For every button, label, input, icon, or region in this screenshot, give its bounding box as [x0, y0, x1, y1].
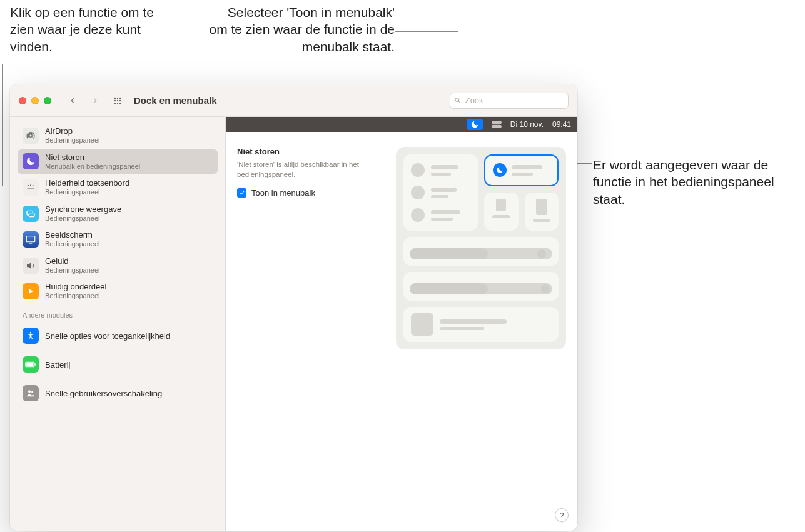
cc-tile-small [525, 193, 559, 231]
sidebar-item-sublabel: Bedieningspaneel [45, 136, 99, 144]
sidebar-item-fast-user-switching[interactable]: Snelle gebruikersoverschakeling [18, 379, 218, 408]
sidebar: AirDrop Bedieningspaneel Niet storen Men… [10, 117, 226, 531]
sidebar-item-label: Snelle opties voor toegankelijkheid [45, 331, 170, 341]
control-center-preview [396, 147, 566, 349]
search-field[interactable] [450, 93, 569, 109]
svg-point-25 [31, 391, 33, 393]
sidebar-item-label: Beeldscherm [45, 231, 99, 240]
sidebar-item-sublabel: Bedieningspaneel [45, 292, 106, 300]
detail-heading: Niet storen [237, 147, 387, 156]
sidebar-item-label: Helderheid toetsenbord [45, 179, 129, 188]
svg-rect-18 [26, 236, 35, 242]
titlebar: Dock en menubalk [10, 84, 577, 117]
back-button[interactable] [64, 93, 81, 108]
sidebar-item-sublabel: Bedieningspaneel [45, 240, 99, 248]
svg-rect-12 [27, 188, 34, 189]
svg-point-11 [29, 134, 33, 138]
zoom-window-button[interactable] [44, 97, 51, 104]
search-input[interactable] [465, 96, 564, 105]
sidebar-item-label: Niet storen [45, 153, 140, 163]
callout-right: Er wordt aangegeven waar de functie in h… [593, 156, 799, 208]
close-window-button[interactable] [19, 97, 26, 104]
sidebar-item-sound[interactable]: Geluid Bedieningspaneel [18, 253, 218, 278]
svg-point-20 [30, 332, 32, 334]
sidebar-item-label: Snelle gebruikersoverschakeling [45, 389, 162, 398]
search-icon [454, 96, 462, 104]
help-button[interactable]: ? [555, 508, 569, 522]
svg-rect-17 [29, 213, 34, 216]
sidebar-item-label: Synchrone weergave [45, 205, 121, 214]
svg-point-15 [33, 185, 34, 186]
cc-tile-slider [403, 237, 559, 266]
svg-point-3 [114, 99, 116, 101]
checkbox-label: Toon in menubalk [251, 188, 315, 198]
sidebar-section-header: Andere modules [18, 305, 218, 321]
cc-tile-small [484, 193, 519, 231]
keyboard-brightness-icon [23, 179, 39, 196]
now-playing-icon [23, 283, 39, 299]
svg-rect-23 [26, 363, 33, 366]
screen-mirroring-icon [23, 206, 39, 222]
svg-point-7 [117, 102, 118, 103]
cc-tile-connectivity [403, 154, 478, 231]
sidebar-item-battery[interactable]: Batterij [18, 350, 218, 379]
svg-point-6 [114, 102, 116, 103]
callout-top-right: Selecteer 'Toon in menubalk' om te zien … [207, 4, 395, 55]
svg-point-13 [28, 185, 29, 186]
window-controls [19, 97, 51, 104]
svg-point-8 [119, 102, 121, 103]
detail-pane: Di 10 nov. 09:41 Niet storen 'Niet store… [226, 117, 577, 531]
user-switching-icon [23, 385, 39, 401]
svg-point-14 [30, 184, 31, 186]
sidebar-item-do-not-disturb[interactable]: Niet storen Menubalk en bedieningspaneel [18, 149, 218, 174]
cc-tile-slider [403, 272, 559, 301]
cc-tile-now-playing [403, 307, 559, 342]
cc-tile-do-not-disturb-highlight [484, 154, 559, 186]
menubar-time: 09:41 [552, 120, 571, 129]
svg-point-24 [28, 390, 31, 393]
svg-point-29 [499, 126, 500, 128]
sidebar-item-label: Huidig onderdeel [45, 283, 106, 292]
minimize-window-button[interactable] [31, 97, 39, 104]
callout-line [395, 31, 458, 32]
sidebar-item-sublabel: Menubalk en bedieningspaneel [45, 163, 140, 171]
window-title: Dock en menubalk [134, 95, 217, 106]
sidebar-item-label: Batterij [45, 360, 70, 369]
display-icon [23, 231, 39, 248]
sidebar-item-label: Geluid [45, 257, 99, 266]
menubar-preview: Di 10 nov. 09:41 [226, 117, 577, 132]
svg-line-10 [458, 101, 460, 103]
show-in-menubar-checkbox[interactable]: Toon in menubalk [237, 188, 387, 198]
sound-icon [23, 258, 39, 274]
sidebar-item-sublabel: Bedieningspaneel [45, 188, 129, 196]
checkbox-checked-icon [237, 188, 246, 198]
moon-icon [493, 163, 507, 177]
forward-button[interactable] [86, 93, 104, 108]
menubar-dnd-indicator [467, 119, 483, 130]
sidebar-item-airdrop[interactable]: AirDrop Bedieningspaneel [18, 123, 218, 148]
accessibility-icon [23, 328, 39, 344]
show-all-button[interactable] [109, 93, 126, 108]
sidebar-item-label: AirDrop [45, 127, 99, 136]
battery-icon [23, 356, 39, 373]
svg-point-4 [117, 99, 118, 101]
sidebar-item-screen-mirroring[interactable]: Synchrone weergave Bedieningspaneel [18, 201, 218, 226]
preferences-window: Dock en menubalk AirDrop Bedieningspanee… [10, 84, 577, 531]
svg-rect-22 [35, 364, 36, 366]
callout-left: Klik op een functie om te zien waar je d… [10, 4, 173, 55]
svg-point-1 [117, 97, 118, 98]
svg-point-27 [493, 121, 495, 123]
menubar-control-center-icon [492, 119, 502, 130]
sidebar-item-keyboard-brightness[interactable]: Helderheid toetsenbord Bedieningspaneel [18, 175, 218, 200]
callout-line [2, 64, 3, 186]
airdrop-icon [23, 128, 39, 144]
svg-point-5 [119, 99, 121, 101]
sidebar-item-sublabel: Bedieningspaneel [45, 266, 99, 274]
sidebar-item-display[interactable]: Beeldscherm Bedieningspaneel [18, 227, 218, 252]
sidebar-item-now-playing[interactable]: Huidig onderdeel Bedieningspaneel [18, 279, 218, 304]
moon-icon [23, 153, 39, 169]
svg-point-9 [455, 98, 459, 102]
sidebar-item-accessibility-shortcuts[interactable]: Snelle opties voor toegankelijkheid [18, 321, 218, 350]
svg-point-2 [119, 97, 121, 98]
svg-point-0 [114, 97, 116, 98]
